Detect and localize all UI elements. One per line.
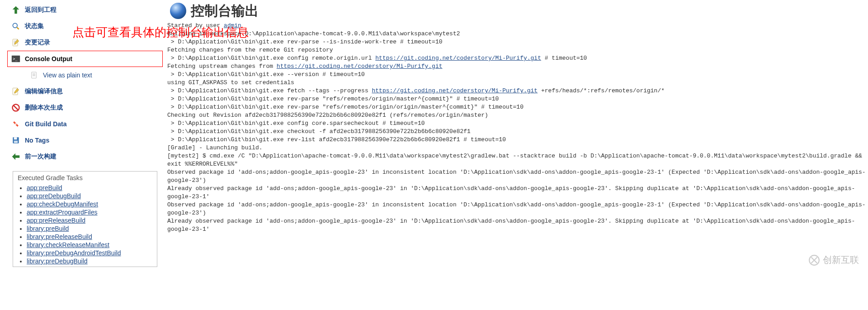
svg-rect-17 xyxy=(14,141,18,143)
nav-edit-build-info[interactable]: 编辑编译信息 xyxy=(7,83,163,100)
nav-label: Console Output xyxy=(25,55,72,62)
nav-label: 前一次构建 xyxy=(25,153,57,161)
console-line: +refs/heads/*:refs/remotes/origin/* > D:… xyxy=(167,87,866,233)
nav-back-to-project[interactable]: 返回到工程 xyxy=(7,2,163,18)
document-icon xyxy=(28,70,39,81)
svg-line-13 xyxy=(14,105,18,110)
page-title: 控制台输出 xyxy=(191,2,259,20)
task-item: app:preBuild xyxy=(27,184,152,191)
nav-label: 编辑编译信息 xyxy=(25,87,63,95)
main-content: 控制台输出 Started by user admin Building in … xyxy=(163,0,868,270)
nav-label: 状态集 xyxy=(25,22,44,30)
notepad-icon xyxy=(10,37,21,48)
svg-rect-7 xyxy=(32,72,37,78)
arrow-left-icon xyxy=(10,151,21,162)
nav-git-build-data[interactable]: Git Build Data xyxy=(7,116,163,132)
nav-changes[interactable]: 变更记录 xyxy=(7,34,163,51)
task-item: app:preReleaseBuild xyxy=(27,217,152,224)
started-by-user-link[interactable]: admin xyxy=(224,22,241,29)
task-item: app:extractProguardFiles xyxy=(27,209,152,216)
svg-line-1 xyxy=(17,28,19,29)
tasks-panel-title: Executed Gradle Tasks xyxy=(18,174,152,181)
nav-label: 返回到工程 xyxy=(25,6,57,14)
arrow-up-icon xyxy=(10,5,21,15)
task-item: library:preDebugBuild xyxy=(27,258,152,265)
nav-no-tags[interactable]: No Tags xyxy=(7,132,163,148)
svg-point-0 xyxy=(13,23,17,28)
magnifier-icon xyxy=(10,21,21,32)
task-item: app:preDebugBuild xyxy=(27,192,152,200)
save-icon xyxy=(10,135,21,146)
nav-view-plain-text[interactable]: View as plain text xyxy=(7,67,163,83)
svg-point-14 xyxy=(15,123,16,124)
task-item: library:checkReleaseManifest xyxy=(27,241,152,248)
task-item: library:preReleaseBuild xyxy=(27,233,152,240)
nav-label: No Tags xyxy=(25,137,49,144)
nav-previous-build[interactable]: 前一次构建 xyxy=(7,148,163,165)
task-item: library:preDebugAndroidTestBuild xyxy=(27,249,152,257)
build-status-orb-icon xyxy=(167,0,189,22)
git-icon xyxy=(10,119,21,129)
executed-gradle-tasks-panel: Executed Gradle Tasks app:preBuild app:p… xyxy=(13,171,157,267)
nav-status[interactable]: 状态集 xyxy=(7,18,163,34)
console-line: > D:\Application\Git\bin\git.exe --versi… xyxy=(167,71,372,94)
task-item: library:preBuild xyxy=(27,225,152,232)
started-by-text: Started by user xyxy=(167,22,224,29)
tasks-list: app:preBuild app:preDebugBuild app:check… xyxy=(27,184,152,265)
nav-label: View as plain text xyxy=(43,72,92,79)
nav-label: 删除本次生成 xyxy=(25,104,63,112)
git-repo-link[interactable]: https://git.coding.net/coderstory/Mi-Pur… xyxy=(375,55,541,62)
svg-point-18 xyxy=(170,3,186,19)
svg-text:>_: >_ xyxy=(13,57,18,61)
git-repo-link[interactable]: https://git.coding.net/coderstory/Mi-Pur… xyxy=(372,87,538,94)
console-output: Started by user admin Building in worksp… xyxy=(167,22,868,234)
notepad-edit-icon xyxy=(10,86,21,97)
svg-rect-16 xyxy=(14,137,17,139)
sidebar: 返回到工程 状态集 变更记录 >_ Console Output View as xyxy=(0,0,163,270)
nav-console-output[interactable]: >_ Console Output xyxy=(7,51,163,67)
nav-delete-build[interactable]: 删除本次生成 xyxy=(7,100,163,116)
nav-label: Git Build Data xyxy=(25,120,67,128)
git-repo-link[interactable]: https://git.coding.net/coderstory/Mi-Pur… xyxy=(277,63,443,70)
task-item: app:checkDebugManifest xyxy=(27,200,152,208)
nav-label: 变更记录 xyxy=(25,38,50,47)
terminal-icon: >_ xyxy=(10,53,21,64)
no-entry-icon xyxy=(10,102,21,113)
